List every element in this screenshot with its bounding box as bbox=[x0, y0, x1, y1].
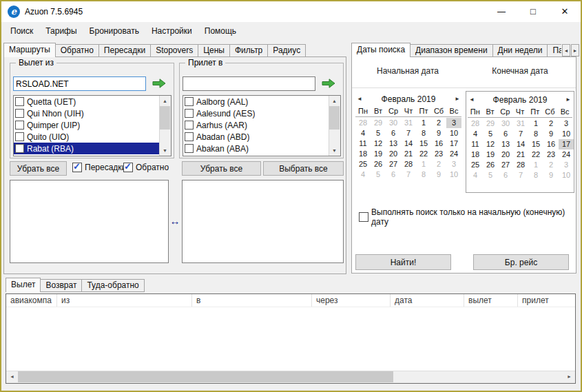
calendar-day[interactable]: 9 bbox=[543, 129, 559, 139]
calendar-day[interactable]: 4 bbox=[355, 169, 371, 180]
tab-stopovers[interactable]: Stopovers bbox=[150, 44, 198, 57]
arrival-input[interactable] bbox=[183, 76, 315, 91]
calendar-day[interactable]: 22 bbox=[528, 149, 543, 160]
menu-item-help[interactable]: Помощь bbox=[198, 23, 242, 39]
calendar-day[interactable]: 19 bbox=[371, 149, 386, 159]
calendar-day[interactable]: 6 bbox=[498, 170, 513, 180]
column-header-from[interactable]: из bbox=[57, 294, 192, 307]
calendar-day[interactable]: 17 bbox=[559, 139, 574, 149]
calendar-prev-month-icon[interactable]: ◄ bbox=[468, 94, 476, 105]
column-header-date[interactable]: дата bbox=[391, 294, 464, 307]
calendar-day[interactable]: 21 bbox=[513, 149, 528, 160]
calendar-day[interactable]: 30 bbox=[386, 118, 401, 128]
calendar-day[interactable]: 28 bbox=[468, 118, 483, 129]
tab-filter[interactable]: Фильтр bbox=[229, 44, 268, 57]
scroll-thumb[interactable] bbox=[18, 371, 393, 382]
airport-list-item[interactable]: Quito (UIO) bbox=[14, 131, 160, 143]
close-button[interactable]: ✕ bbox=[549, 1, 581, 22]
menu-item-book[interactable]: Бронировать bbox=[83, 23, 145, 39]
tab-weekdays[interactable]: Дни недели bbox=[492, 44, 548, 57]
airport-list-item[interactable]: Abakan (ABA) bbox=[183, 143, 329, 154]
calendar-day[interactable]: 31 bbox=[513, 118, 528, 129]
arrival-list-scrollbar[interactable]: ▲ ▼ bbox=[329, 96, 340, 156]
tab-return[interactable]: Обратно bbox=[55, 44, 99, 57]
scroll-up-icon[interactable]: ▲ bbox=[160, 96, 170, 106]
airport-checkbox[interactable] bbox=[185, 109, 194, 118]
calendar-day[interactable]: 24 bbox=[446, 149, 461, 159]
calendar-day[interactable]: 8 bbox=[416, 128, 431, 138]
calendar-day[interactable]: 5 bbox=[483, 129, 498, 139]
calendar-day[interactable]: 7 bbox=[401, 128, 416, 138]
calendar-day[interactable]: 30 bbox=[498, 118, 513, 129]
airport-list-item[interactable]: Abadan (ABD) bbox=[183, 131, 329, 143]
calendar-day[interactable]: 15 bbox=[416, 138, 431, 149]
calendar-day[interactable]: 2 bbox=[431, 118, 446, 128]
calendar-day[interactable]: 6 bbox=[386, 128, 401, 138]
scroll-right-icon[interactable]: ► bbox=[563, 371, 575, 382]
single-date-checkbox[interactable]: Выполнять поиск только на начальную (кон… bbox=[359, 207, 576, 227]
calendar-prev-month-icon[interactable]: ◄ bbox=[355, 94, 364, 105]
column-header-airline[interactable]: авиакомпа bbox=[6, 294, 57, 307]
calendar-day[interactable]: 7 bbox=[513, 170, 528, 180]
airport-checkbox[interactable] bbox=[15, 144, 24, 153]
departure-clear-all-button[interactable]: Убрать все bbox=[10, 161, 67, 176]
calendar-day[interactable]: 22 bbox=[416, 149, 431, 159]
return-checkbox[interactable]: Обратно bbox=[123, 163, 169, 172]
calendar-day[interactable]: 14 bbox=[513, 139, 528, 149]
calendar-day[interactable]: 1 bbox=[528, 118, 543, 129]
airport-checkbox[interactable] bbox=[15, 121, 24, 130]
scroll-down-icon[interactable]: ▼ bbox=[160, 145, 170, 156]
calendar-day[interactable]: 4 bbox=[468, 170, 483, 180]
calendar-day[interactable]: 9 bbox=[543, 170, 559, 180]
airport-checkbox[interactable] bbox=[185, 97, 194, 106]
calendar-day[interactable]: 3 bbox=[559, 118, 574, 129]
minimize-button[interactable]: — bbox=[486, 1, 517, 22]
scroll-up-icon[interactable]: ▲ bbox=[329, 96, 340, 106]
tab-roundtrip-flights[interactable]: Туда-обратно bbox=[81, 279, 144, 292]
calendar-day[interactable]: 5 bbox=[483, 170, 498, 180]
calendar-day[interactable]: 28 bbox=[401, 159, 416, 169]
airport-list-item[interactable]: Aalesund (AES) bbox=[183, 107, 329, 119]
tab-return-flights[interactable]: Возврат bbox=[40, 279, 82, 292]
calendar-day[interactable]: 14 bbox=[401, 138, 416, 149]
transfers-checkbox[interactable]: Пересадки bbox=[72, 163, 126, 172]
search-button[interactable]: Найти! bbox=[355, 254, 451, 270]
calendar-day[interactable]: 8 bbox=[528, 129, 543, 139]
column-header-departure[interactable]: вылет bbox=[464, 294, 518, 307]
airport-checkbox[interactable] bbox=[15, 97, 24, 106]
calendar-day[interactable]: 13 bbox=[498, 139, 513, 149]
calendar-day[interactable]: 27 bbox=[498, 160, 513, 170]
calendar-day[interactable]: 16 bbox=[431, 138, 446, 149]
calendar-day[interactable]: 28 bbox=[355, 118, 371, 128]
arrival-go-button[interactable] bbox=[321, 78, 336, 89]
tab-transfers[interactable]: Пересадки bbox=[98, 44, 151, 57]
calendar-day[interactable]: 20 bbox=[386, 149, 401, 159]
calendar-day[interactable]: 2 bbox=[431, 159, 446, 169]
calendar-day[interactable]: 17 bbox=[446, 138, 461, 149]
menu-item-tariffs[interactable]: Тарифы bbox=[39, 23, 83, 39]
calendar-day[interactable]: 11 bbox=[468, 139, 483, 149]
airport-list-item[interactable]: Aarhus (AAR) bbox=[183, 119, 329, 131]
calendar-day[interactable]: 18 bbox=[468, 149, 483, 160]
calendar-day[interactable]: 6 bbox=[386, 169, 401, 180]
calendar-day[interactable]: 10 bbox=[446, 169, 461, 180]
airport-list-item[interactable]: Quimper (UIP) bbox=[14, 119, 160, 131]
calendar-day[interactable]: 7 bbox=[513, 129, 528, 139]
calendar-day[interactable]: 1 bbox=[528, 160, 543, 170]
calendar-day[interactable]: 11 bbox=[355, 138, 371, 149]
tab-scroll-right-icon[interactable]: ► bbox=[571, 44, 579, 56]
arrival-selected-list[interactable] bbox=[182, 180, 344, 263]
tab-passengers[interactable]: Пасс bbox=[547, 44, 561, 57]
calendar-day[interactable]: 5 bbox=[371, 128, 386, 138]
calendar-day[interactable]: 10 bbox=[559, 129, 574, 139]
arrival-select-all-button[interactable]: Выбрать все bbox=[263, 161, 344, 176]
tab-scroll-left-icon[interactable]: ◄ bbox=[562, 44, 570, 56]
tab-search-dates[interactable]: Даты поиска bbox=[351, 43, 410, 57]
scroll-thumb[interactable] bbox=[329, 106, 340, 130]
calendar-day[interactable]: 7 bbox=[401, 169, 416, 180]
calendar-day[interactable]: 9 bbox=[431, 169, 446, 180]
calendar-day[interactable]: 15 bbox=[528, 139, 543, 149]
scroll-down-icon[interactable]: ▼ bbox=[329, 145, 340, 156]
tab-radius[interactable]: Радиус bbox=[267, 44, 306, 57]
tab-departure-flights[interactable]: Вылет bbox=[6, 278, 41, 292]
